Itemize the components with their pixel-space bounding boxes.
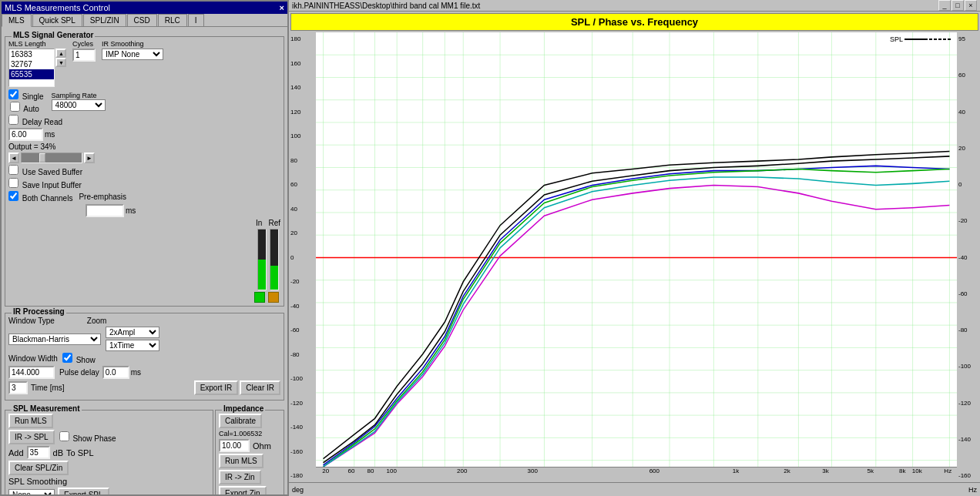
title-label: MLS Measurements Control: [5, 3, 110, 12]
green-indicator-in: [254, 292, 265, 303]
export-zin-button[interactable]: Export Zin: [219, 486, 267, 494]
vu-meter-ref: [270, 229, 279, 290]
cycles-input[interactable]: [72, 49, 96, 62]
output-label: Output = 34%: [8, 142, 55, 151]
delay-read-checkbox[interactable]: [8, 115, 18, 125]
run-mls-spl-button[interactable]: Run MLS: [8, 414, 53, 428]
vu-meter-in: [257, 229, 267, 290]
y-r-n100: -100: [958, 363, 978, 370]
sampling-rate-label: Sampling Rate: [52, 92, 106, 99]
ir-smoothing-select[interactable]: IMP None IMP Light: [102, 49, 163, 60]
time-input[interactable]: [8, 381, 28, 394]
spl-smoothing-select[interactable]: None 1/3 Oct 1/6 Oct: [8, 489, 55, 494]
ir-to-zin-button[interactable]: IR -> Zin: [219, 470, 261, 484]
window-width-label: Window Width: [8, 354, 58, 363]
chart-title-bar: ikh.PAININTHEASS\Desktop\third band cal …: [289, 0, 980, 12]
tab-bar: MLS Quick SPL SPL/ZIN CSD RLC I: [2, 14, 287, 27]
y-160: 160: [290, 60, 314, 67]
save-input-buffer-label: Save Input Buffer: [22, 181, 82, 189]
tab-csd[interactable]: CSD: [127, 14, 157, 26]
export-ir-button[interactable]: Export IR: [194, 380, 239, 395]
mls-65535[interactable]: 65535: [9, 69, 54, 79]
y-r-0: 0: [958, 181, 978, 188]
ohm-label: Ohm: [253, 441, 271, 451]
single-checkbox[interactable]: [8, 89, 18, 99]
mls-16383[interactable]: 16383: [9, 49, 54, 59]
delay-ms-input[interactable]: [8, 128, 43, 141]
y-140: 140: [290, 84, 314, 91]
chart-window-controls: _ □ ×: [938, 0, 977, 11]
zoom-time-select[interactable]: 1xTime 2xTime: [106, 340, 159, 351]
ref-label: Ref: [268, 219, 280, 227]
mls-length-down[interactable]: ▼: [55, 58, 66, 67]
auto-checkbox[interactable]: [10, 102, 20, 112]
y-80: 80: [290, 157, 314, 164]
y-n80: -80: [290, 351, 314, 358]
to-spl-label: To SPL: [66, 448, 93, 457]
sampling-rate-select[interactable]: 48000 44100 96000: [52, 99, 106, 111]
time-label: Time [ms]: [31, 384, 65, 392]
y-r-n160: -160: [958, 472, 978, 479]
y-r-60: 60: [958, 72, 978, 79]
x-20: 20: [322, 468, 329, 474]
ir-processing-label: IR Processing: [12, 307, 66, 316]
x-2k: 2k: [784, 468, 790, 474]
tab-mls[interactable]: MLS: [2, 14, 32, 27]
y-r-n120: -120: [958, 400, 978, 407]
slider-left-btn[interactable]: ◄: [8, 152, 19, 163]
bottom-status: deg Hz: [289, 482, 980, 496]
y-r-n140: -140: [958, 436, 978, 443]
x-3k: 3k: [822, 468, 828, 474]
tab-i[interactable]: I: [188, 14, 204, 26]
pre-emphasis-label: Pre-emphasis: [79, 193, 126, 201]
show-label: Show: [76, 356, 96, 364]
delay-read-label: Delay Read: [22, 118, 62, 126]
export-spl-button[interactable]: Export SPL: [58, 488, 109, 494]
y-n140: -140: [290, 424, 314, 431]
show-phase-checkbox[interactable]: [59, 431, 69, 441]
close-button[interactable]: ×: [280, 3, 284, 12]
mls-length-up[interactable]: ▲: [55, 49, 66, 58]
output-slider[interactable]: [21, 152, 82, 163]
maximize-btn[interactable]: □: [951, 0, 964, 11]
window-width-input[interactable]: [8, 366, 55, 379]
calibrate-button[interactable]: Calibrate: [219, 414, 262, 428]
both-channels-checkbox[interactable]: [8, 191, 18, 201]
add-db-input[interactable]: [27, 446, 50, 459]
mls-signal-generator-group: MLS Signal Generator MLS Length 16383 32…: [5, 36, 284, 307]
window-close-btn[interactable]: ×: [965, 0, 977, 11]
run-mls-imp-button[interactable]: Run MLS: [219, 454, 263, 468]
x-100: 100: [387, 468, 397, 474]
mls-32767[interactable]: 32767: [9, 59, 54, 69]
clear-ir-button[interactable]: Clear IR: [240, 380, 280, 395]
window-type-select[interactable]: Blackman-Harris Hann None: [8, 333, 101, 345]
impedance-group: Impedance Calibrate Cal=1.006532 Ohm: [215, 410, 284, 494]
use-saved-buffer-checkbox[interactable]: [8, 165, 18, 175]
mls-group-label: MLS Signal Generator: [12, 31, 95, 39]
ir-to-spl-button[interactable]: IR -> SPL: [8, 430, 55, 444]
mls-length-list[interactable]: 16383 32767 65535: [8, 49, 55, 87]
x-5k: 5k: [868, 468, 874, 474]
clear-spl-zin-button[interactable]: Clear SPL/Zin: [8, 461, 69, 475]
orange-indicator-ref: [268, 292, 279, 303]
tab-quick-spl[interactable]: Quick SPL: [32, 14, 82, 26]
show-checkbox[interactable]: [62, 353, 72, 363]
save-input-buffer-checkbox[interactable]: [8, 178, 18, 188]
single-label: Single: [22, 92, 44, 101]
y-60: 60: [290, 181, 314, 188]
spl-measurement-group: SPL Measurement Run MLS IR -> SPL Show P…: [5, 410, 213, 494]
pre-emphasis-input[interactable]: [86, 204, 124, 217]
tab-spl-zin[interactable]: SPL/ZIN: [83, 14, 126, 26]
slider-right-btn[interactable]: ►: [84, 152, 95, 163]
cal-value-label: Cal=1.006532: [219, 430, 262, 437]
minimize-btn[interactable]: _: [938, 0, 951, 11]
impedance-label: Impedance: [222, 404, 265, 413]
spl-measurement-label: SPL Measurement: [12, 404, 82, 413]
pulse-delay-input[interactable]: [102, 366, 129, 379]
zoom-ampl-select[interactable]: 2xAmpl 1xAmpl: [106, 327, 159, 338]
auto-label: Auto: [23, 105, 39, 113]
tab-rlc[interactable]: RLC: [158, 14, 187, 26]
spl-legend-text: SPL: [890, 35, 903, 43]
ohm-input[interactable]: [219, 439, 250, 452]
both-channels-label: Both Channels: [22, 194, 73, 203]
